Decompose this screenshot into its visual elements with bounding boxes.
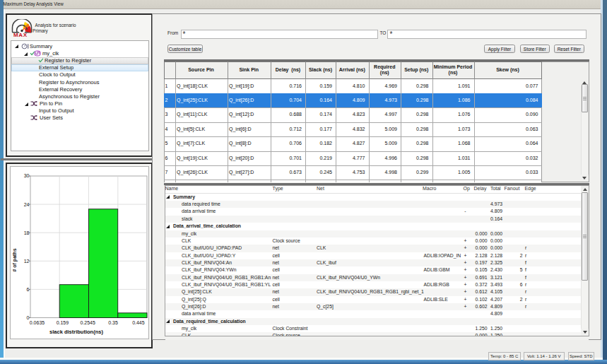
svg-text:18: 18: [24, 230, 30, 235]
svg-text:6: 6: [27, 287, 30, 292]
svg-text:# of paths: # of paths: [12, 248, 18, 271]
svg-text:12: 12: [24, 259, 30, 264]
svg-text:30: 30: [24, 173, 30, 178]
svg-text:0.2545: 0.2545: [80, 320, 95, 325]
svg-text:0.0635: 0.0635: [30, 320, 45, 325]
svg-text:slack distribution(ns): slack distribution(ns): [49, 329, 103, 335]
svg-text:0.445: 0.445: [132, 320, 145, 325]
svg-text:0.159: 0.159: [57, 320, 69, 325]
svg-text:0.35: 0.35: [108, 320, 118, 325]
svg-text:24: 24: [24, 202, 30, 207]
